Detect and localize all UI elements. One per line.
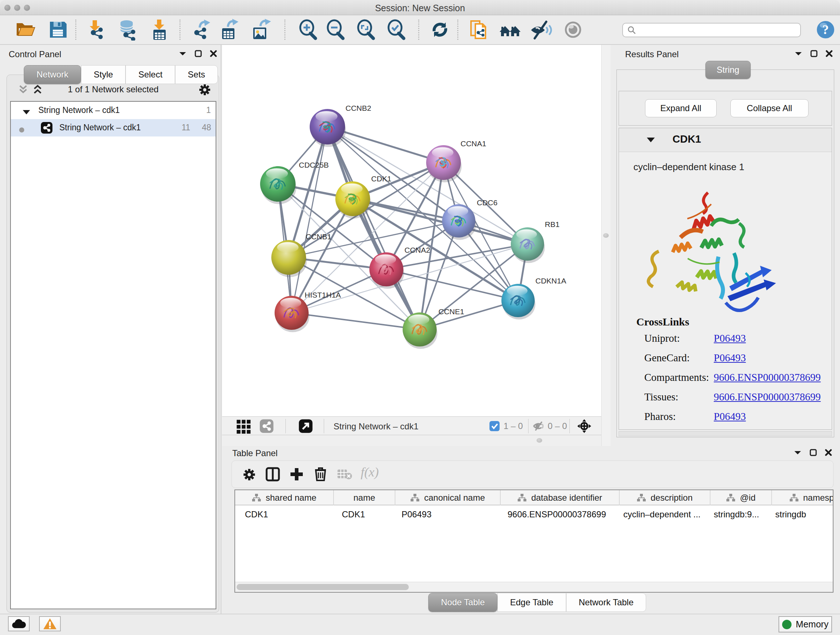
cell-shared-name[interactable]: CDK1 — [235, 506, 334, 523]
export-table-icon[interactable] — [218, 19, 240, 41]
zoom-out-icon[interactable] — [325, 19, 347, 41]
export-image-icon[interactable] — [249, 19, 271, 41]
open-in-window-icon[interactable] — [298, 419, 313, 435]
expand-all-button[interactable]: Expand All — [645, 99, 717, 117]
node-HIST1H1A[interactable]: HIST1H1A — [275, 291, 341, 333]
table-scrollbar-thumb[interactable] — [237, 584, 409, 590]
table-settings-gear-icon[interactable] — [242, 467, 256, 483]
import-table-icon[interactable] — [148, 19, 170, 41]
column-header-namespace[interactable]: namespace — [772, 490, 834, 505]
node-RB1[interactable]: RB1 — [511, 220, 560, 263]
show-all-icon[interactable] — [562, 19, 584, 41]
crosslink-link[interactable]: 9606.ENSP00000378699 — [714, 371, 821, 383]
crosslink-label: Tissues: — [644, 391, 714, 403]
cell-database-identifier[interactable]: 9606.ENSP00000378699 — [501, 506, 620, 523]
edge-CCNB2-CCNE1[interactable] — [327, 127, 420, 329]
zoom-selected-icon[interactable] — [386, 19, 407, 41]
tab-select[interactable]: Select — [126, 65, 175, 84]
splitter-grip[interactable] — [603, 233, 609, 238]
import-database-icon[interactable] — [117, 19, 138, 41]
table-panel-close-icon[interactable] — [825, 449, 832, 458]
results-scrollbar[interactable] — [619, 431, 832, 436]
control-panel-menu-icon[interactable] — [179, 50, 187, 58]
node-CCNB2[interactable]: CCNB2 — [309, 104, 371, 147]
network-row-selected[interactable]: String Network – cdk1 11 48 — [11, 119, 216, 136]
tab-sets[interactable]: Sets — [175, 65, 218, 84]
node-CCNA1[interactable]: CCNA1 — [426, 139, 486, 182]
node-CDK1[interactable]: CDK1 — [335, 174, 392, 219]
network-collection-row[interactable]: String Network – cdk1 1 — [11, 102, 216, 119]
help-icon[interactable]: ? — [815, 19, 836, 41]
pan-mode-icon[interactable] — [576, 418, 592, 435]
crosslink-link[interactable]: P06493 — [714, 333, 746, 344]
cell-canonical-name[interactable]: P06493 — [395, 506, 501, 523]
cell-description[interactable]: cyclin–dependent ... — [620, 506, 711, 523]
home-icon[interactable] — [499, 19, 521, 41]
vertical-splitter[interactable] — [601, 45, 611, 446]
zoom-fit-icon[interactable] — [355, 19, 377, 41]
crosslink-link[interactable]: 9606.ENSP00000378699 — [714, 391, 821, 403]
column-header-shared-name[interactable]: shared name — [235, 490, 334, 505]
cell-@id[interactable]: stringdb:9... — [711, 506, 772, 523]
crosslink-link[interactable]: P06493 — [714, 410, 746, 423]
horizontal-splitter[interactable] — [222, 435, 611, 446]
hidden-eye-icon[interactable] — [532, 421, 545, 433]
clone-network-icon[interactable] — [468, 19, 490, 41]
control-panel-float-icon[interactable] — [195, 50, 202, 59]
card-collapse-icon[interactable] — [646, 137, 655, 144]
import-network-icon[interactable] — [85, 19, 106, 41]
hide-selected-icon[interactable] — [531, 19, 552, 41]
zoom-in-icon[interactable] — [297, 19, 319, 41]
results-panel-menu-icon[interactable] — [794, 50, 802, 58]
edge-HIST1H1A-CCNE1[interactable] — [292, 313, 420, 329]
selected-checkbox-icon[interactable] — [489, 421, 500, 433]
splitter-grip[interactable] — [537, 438, 542, 443]
results-panel-float-icon[interactable] — [810, 50, 818, 59]
network-type-badge-icon[interactable] — [259, 419, 274, 435]
collection-expander-icon[interactable] — [22, 108, 30, 117]
column-header-description[interactable]: description — [620, 490, 711, 505]
tab-style[interactable]: Style — [81, 65, 126, 84]
add-column-icon[interactable] — [289, 467, 304, 483]
edge-CCNB2-HIST1H1A[interactable] — [292, 127, 327, 313]
warning-status-button[interactable] — [39, 616, 61, 631]
result-card-header[interactable]: CDK1 — [619, 128, 832, 152]
cell-name[interactable]: CDK1 — [334, 506, 395, 523]
table-row[interactable]: CDK1CDK1P064939606.ENSP00000378699cyclin… — [235, 506, 834, 523]
crosslink-link[interactable]: P06493 — [714, 352, 746, 364]
network-options-gear-icon[interactable] — [198, 83, 212, 98]
cell-namespace[interactable]: stringdb — [772, 506, 834, 523]
export-network-icon[interactable] — [189, 19, 210, 41]
edge-CDK1-RB1[interactable] — [353, 199, 527, 244]
column-header-database-identifier[interactable]: database identifier — [501, 490, 620, 505]
network-label: String Network – cdk1 — [59, 123, 141, 133]
network-canvas[interactable]: CCNB2CCNA1CDC25BCDK1CDC6RB1CCNB1CCNA2CDK… — [222, 45, 601, 416]
birds-eye-view-icon[interactable] — [236, 418, 252, 435]
tab-network[interactable]: Network — [24, 65, 81, 84]
cloud-status-button[interactable] — [8, 616, 30, 631]
results-tab-string[interactable]: String — [706, 61, 751, 79]
open-file-icon[interactable] — [14, 19, 36, 41]
table-tab-network-table[interactable]: Network Table — [566, 593, 646, 612]
table-tab-node-table[interactable]: Node Table — [428, 593, 497, 612]
save-session-icon[interactable] — [47, 19, 69, 41]
table-scrollbar[interactable] — [235, 582, 833, 592]
column-header-canonical-name[interactable]: canonical name — [395, 490, 501, 505]
memory-button[interactable]: Memory — [778, 616, 832, 632]
results-panel-close-icon[interactable] — [826, 50, 833, 59]
table-tab-edge-table[interactable]: Edge Table — [497, 593, 566, 612]
refresh-layout-icon[interactable] — [429, 19, 451, 41]
function-builder-icon[interactable]: f(x) — [361, 464, 379, 480]
column-header-@id[interactable]: @id — [711, 490, 772, 505]
column-header-name[interactable]: name — [334, 490, 395, 505]
node-CDKN1A[interactable]: CDKN1A — [501, 277, 566, 319]
node-table[interactable]: shared namenamecanonical namedatabase id… — [234, 489, 834, 593]
delete-table-icon[interactable] — [337, 469, 353, 482]
table-panel-menu-icon[interactable] — [794, 449, 802, 457]
delete-column-icon[interactable] — [313, 466, 328, 483]
show-columns-icon[interactable] — [265, 467, 280, 483]
search-input[interactable] — [622, 23, 801, 37]
table-panel-float-icon[interactable] — [810, 449, 817, 458]
control-panel-close-icon[interactable] — [210, 50, 217, 59]
collapse-all-button[interactable]: Collapse All — [730, 99, 808, 117]
